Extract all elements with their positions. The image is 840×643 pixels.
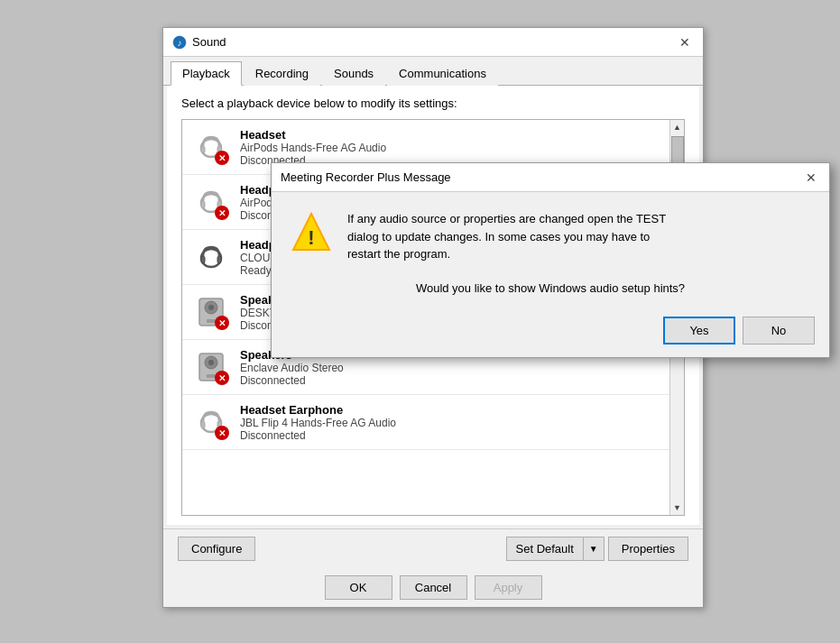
tab-communications[interactable]: Communications <box>387 61 498 86</box>
disconnected-badge: ✕ <box>215 316 229 330</box>
message-dialog-titlebar: Meeting Recorder Plus Message ✕ <box>272 163 829 192</box>
device-subname: AirPods Hands-Free AG Audio <box>240 142 386 154</box>
bottom-buttons-row2: OK Cancel Apply <box>163 568 703 607</box>
message-dialog-title: Meeting Recorder Plus Message <box>281 170 451 184</box>
svg-point-13 <box>208 305 214 310</box>
properties-button[interactable]: Properties <box>608 537 688 561</box>
no-button[interactable]: No <box>743 317 815 344</box>
bottom-buttons-row1: Configure Set Default ▼ Properties <box>163 528 703 568</box>
warning-icon: ! <box>290 210 333 253</box>
svg-rect-20 <box>201 421 205 428</box>
message-line1: If any audio source or properties are ch… <box>347 212 666 225</box>
tab-sounds[interactable]: Sounds <box>322 61 385 86</box>
disconnected-badge: ✕ <box>215 151 229 165</box>
device-status: Disconnected <box>240 374 344 387</box>
message-question: Would you like to show Windows audio set… <box>272 272 829 309</box>
disconnected-badge: ✕ <box>215 426 229 440</box>
disconnected-badge: ✕ <box>215 206 229 220</box>
svg-text:♪: ♪ <box>178 38 182 48</box>
svg-rect-9 <box>201 256 205 263</box>
svg-point-17 <box>208 360 214 365</box>
apply-button[interactable]: Apply <box>475 575 542 600</box>
device-info: Headset Earphone JBL Flip 4 Hands-Free A… <box>240 403 396 442</box>
disconnected-badge: ✕ <box>215 371 229 385</box>
svg-rect-10 <box>217 256 221 263</box>
message-line2: dialog to update changes. In some cases … <box>347 230 650 243</box>
device-name: Headset Earphone <box>240 403 396 417</box>
ok-button[interactable]: OK <box>325 575 392 600</box>
device-info: Headset AirPods Hands-Free AG Audio Disc… <box>240 128 386 167</box>
tabs-bar: Playback Recording Sounds Communications <box>163 57 703 86</box>
device-subname: Enclave Audio Stereo <box>240 362 344 374</box>
configure-button[interactable]: Configure <box>178 537 255 561</box>
set-default-split: Set Default ▼ <box>506 537 605 561</box>
sound-dialog-titlebar: ♪ Sound ✕ <box>163 28 703 57</box>
svg-rect-3 <box>201 146 205 153</box>
device-icon-headphones-dark <box>191 237 231 277</box>
message-dialog-body: ! If any audio source or properties are … <box>272 192 829 272</box>
message-dialog-buttons: Yes No <box>272 309 829 357</box>
message-line3: restart the program. <box>347 247 450 261</box>
set-default-dropdown[interactable]: ▼ <box>583 537 605 561</box>
cancel-button[interactable]: Cancel <box>400 575 467 600</box>
sound-icon: ♪ <box>172 35 187 50</box>
message-dialog: Meeting Recorder Plus Message ✕ ! If any… <box>271 162 830 358</box>
scroll-down-arrow[interactable]: ▼ <box>670 501 685 515</box>
device-icon-speakers: ✕ <box>191 292 231 332</box>
svg-rect-6 <box>201 201 205 208</box>
device-name: Headset <box>240 128 386 142</box>
device-icon-speakers2: ✕ <box>191 347 231 387</box>
scroll-up-arrow[interactable]: ▲ <box>670 120 685 134</box>
yes-button[interactable]: Yes <box>663 317 735 344</box>
message-text: If any audio source or properties are ch… <box>347 210 666 263</box>
device-subname: JBL Flip 4 Hands-Free AG Audio <box>240 417 396 429</box>
sound-dialog-title: Sound <box>192 35 226 49</box>
device-icon-headset: ✕ <box>191 127 231 167</box>
device-icon-earphone: ✕ <box>191 402 231 442</box>
sound-dialog-close[interactable]: ✕ <box>676 33 694 51</box>
tab-playback[interactable]: Playback <box>171 61 242 86</box>
svg-text:!: ! <box>308 226 314 249</box>
dialog-description: Select a playback device below to modify… <box>181 96 685 110</box>
set-default-button[interactable]: Set Default <box>506 537 583 561</box>
message-dialog-close[interactable]: ✕ <box>802 169 820 187</box>
device-icon-headphones: ✕ <box>191 182 231 222</box>
list-item[interactable]: ✕ Headset Earphone JBL Flip 4 Hands-Free… <box>182 395 669 450</box>
tab-recording[interactable]: Recording <box>244 61 320 86</box>
device-status: Disconnected <box>240 429 396 442</box>
